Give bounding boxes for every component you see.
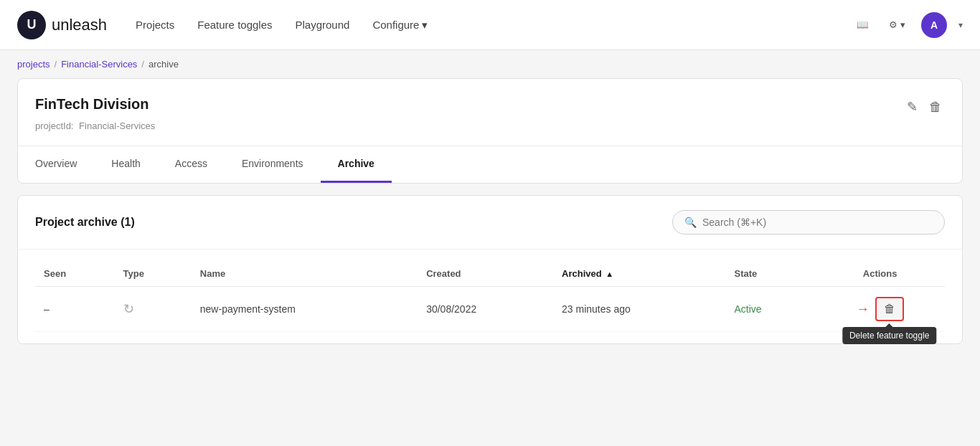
tab-health[interactable]: Health bbox=[94, 146, 157, 183]
delete-toggle-button[interactable]: 🗑 bbox=[875, 297, 904, 321]
projects-nav-link[interactable]: Projects bbox=[136, 19, 174, 31]
delete-tooltip: Delete feature toggle bbox=[842, 327, 936, 344]
project-id-row: projectId: Financial-Services bbox=[35, 120, 945, 131]
avatar-chevron-icon: ▾ bbox=[958, 20, 963, 30]
col-actions: Actions bbox=[815, 261, 945, 287]
refresh-icon: ↻ bbox=[123, 302, 134, 316]
col-type: Type bbox=[115, 261, 192, 287]
navbar-actions: 📖 ⚙ ▾ A ▾ bbox=[852, 12, 963, 38]
breadcrumb-sep-2: / bbox=[141, 59, 144, 70]
table-body: – ↻ new-payment-system 30/08/2022 23 min… bbox=[35, 287, 945, 332]
cell-archived: 23 minutes ago bbox=[553, 287, 725, 332]
app-name: unleash bbox=[52, 16, 107, 34]
col-state: State bbox=[725, 261, 815, 287]
search-icon: 🔍 bbox=[684, 217, 697, 228]
table-row: – ↻ new-payment-system 30/08/2022 23 min… bbox=[35, 287, 945, 332]
table-header: Seen Type Name Created Archived ▲ State … bbox=[35, 261, 945, 287]
col-seen: Seen bbox=[35, 261, 115, 287]
arrow-icon: → bbox=[857, 302, 870, 317]
col-created: Created bbox=[418, 261, 553, 287]
table-container: Seen Type Name Created Archived ▲ State … bbox=[18, 250, 962, 343]
tab-environments[interactable]: Environments bbox=[225, 146, 321, 183]
breadcrumb-projects-link[interactable]: projects bbox=[17, 59, 50, 70]
sort-arrow-icon: ▲ bbox=[606, 270, 613, 278]
project-title: FinTech Division bbox=[35, 96, 149, 113]
tab-overview[interactable]: Overview bbox=[18, 146, 94, 183]
trash-icon: 🗑 bbox=[884, 303, 895, 315]
logo-icon: U bbox=[17, 11, 46, 39]
navbar: U unleash Projects Feature toggles Playg… bbox=[0, 0, 980, 50]
search-box[interactable]: 🔍 bbox=[672, 210, 945, 234]
playground-nav-link[interactable]: Playground bbox=[296, 19, 350, 31]
archive-header: Project archive (1) 🔍 bbox=[18, 196, 962, 250]
breadcrumb-project-link[interactable]: Financial-Services bbox=[61, 59, 137, 70]
project-action-buttons: ✎ 🗑 bbox=[904, 96, 945, 118]
archive-title: Project archive (1) bbox=[35, 216, 135, 229]
tab-archive[interactable]: Archive bbox=[321, 146, 392, 183]
col-archived[interactable]: Archived ▲ bbox=[553, 261, 725, 287]
cell-actions: → 🗑 Delete feature toggle bbox=[815, 287, 945, 332]
col-name: Name bbox=[192, 261, 418, 287]
project-header: FinTech Division ✎ 🗑 bbox=[35, 96, 945, 118]
cell-created: 30/08/2022 bbox=[418, 287, 553, 332]
tooltip-wrapper: 🗑 Delete feature toggle bbox=[875, 297, 904, 321]
docs-button[interactable]: 📖 bbox=[852, 15, 873, 34]
breadcrumb: projects / Financial-Services / archive bbox=[0, 50, 980, 78]
tab-access[interactable]: Access bbox=[158, 146, 225, 183]
cell-name: new-payment-system bbox=[192, 287, 418, 332]
search-input[interactable] bbox=[702, 217, 933, 228]
avatar[interactable]: A bbox=[921, 12, 947, 38]
project-card: FinTech Division ✎ 🗑 projectId: Financia… bbox=[17, 78, 963, 184]
configure-nav-link[interactable]: Configure ▾ bbox=[372, 19, 428, 32]
edit-project-button[interactable]: ✎ bbox=[904, 96, 920, 118]
settings-button[interactable]: ⚙ ▾ bbox=[885, 15, 910, 34]
logo[interactable]: U unleash bbox=[17, 11, 107, 39]
state-badge: Active bbox=[734, 303, 761, 315]
project-tabs: Overview Health Access Environments Arch… bbox=[18, 146, 962, 183]
breadcrumb-current: archive bbox=[149, 59, 179, 70]
gear-icon: ⚙ bbox=[889, 19, 897, 30]
main-content: FinTech Division ✎ 🗑 projectId: Financia… bbox=[0, 78, 980, 361]
configure-chevron-icon: ▾ bbox=[422, 19, 428, 32]
book-icon: 📖 bbox=[857, 19, 869, 30]
cell-type: ↻ bbox=[115, 287, 192, 332]
cell-seen: – bbox=[35, 287, 115, 332]
breadcrumb-sep-1: / bbox=[55, 59, 57, 70]
nav-links: Projects Feature toggles Playground Conf… bbox=[136, 19, 829, 32]
archive-card: Project archive (1) 🔍 Seen Type Name Cre… bbox=[17, 195, 963, 344]
feature-toggles-nav-link[interactable]: Feature toggles bbox=[197, 19, 272, 31]
delete-action-wrapper: → 🗑 Delete feature toggle bbox=[857, 297, 904, 321]
settings-chevron-icon: ▾ bbox=[900, 19, 905, 30]
delete-project-button[interactable]: 🗑 bbox=[926, 96, 945, 118]
cell-state: Active bbox=[725, 287, 815, 332]
archive-table: Seen Type Name Created Archived ▲ State … bbox=[35, 261, 945, 332]
project-info: FinTech Division bbox=[35, 96, 149, 113]
